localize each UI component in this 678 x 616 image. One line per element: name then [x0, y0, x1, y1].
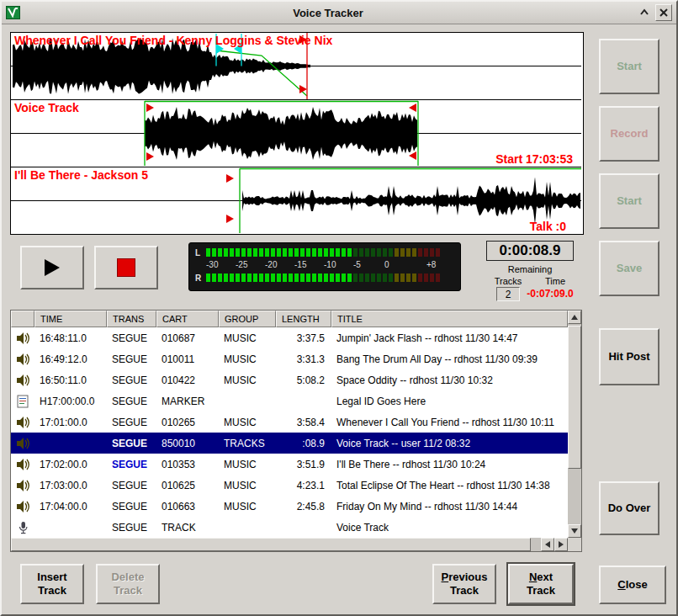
cell-time: 16:49:12.0 [34, 353, 107, 365]
cell-length: 3:58.4 [276, 417, 331, 428]
horizontal-scroll-track[interactable] [531, 538, 541, 551]
column-header-trans[interactable]: TRANS [107, 311, 156, 327]
meter-scale-label: 0 [384, 260, 389, 269]
table-row[interactable]: 16:50:11.0SEGUE010422MUSIC5:08.2Space Od… [11, 369, 568, 390]
meter-scale: -30-25-20-15-10-50+8 [189, 260, 460, 270]
meter-scale-label: +8 [426, 260, 436, 269]
start-1-button[interactable]: Start [599, 39, 659, 94]
cell-cart: 010265 [156, 417, 219, 428]
voicetrack-start-time: Start 17:03:53 [495, 152, 573, 166]
cell-title: Voice Track -- user 11/2 08:32 [331, 438, 568, 449]
cell-time: 17:04:00.0 [34, 501, 107, 512]
cell-group: MUSIC [219, 459, 276, 470]
cell-title: Whenever I Call You Friend -- rdhost 11/… [331, 417, 568, 428]
previous-track-button[interactable]: PreviousTrack [432, 564, 496, 604]
speaker-icon [11, 353, 34, 366]
cell-cart: 010353 [156, 459, 219, 470]
scroll-right-button[interactable] [554, 538, 568, 551]
close-button[interactable]: Close [599, 566, 666, 604]
column-header-title[interactable]: TITLE [331, 311, 568, 327]
remaining-time-value: -0:07:09.0 [516, 288, 584, 300]
speaker-icon [11, 437, 34, 450]
cell-cart: 850010 [156, 438, 219, 449]
vertical-scrollbar[interactable] [568, 311, 581, 538]
track-3-title: I'll Be There - Jackson 5 [14, 168, 148, 182]
scroll-up-button[interactable] [568, 311, 581, 324]
cell-group: MUSIC [219, 480, 276, 491]
delete-track-button[interactable]: DeleteTrack [96, 564, 160, 604]
stop-button[interactable] [94, 246, 158, 289]
cell-length: 4:23.1 [276, 480, 331, 491]
scrollbar-corner [568, 538, 581, 551]
arrow-down-icon [571, 528, 578, 534]
cell-trans: SEGUE [107, 480, 156, 491]
cell-trans: SEGUE [107, 417, 156, 428]
shade-window-button[interactable] [637, 5, 652, 20]
cell-cart: 010422 [156, 374, 219, 386]
do-over-button[interactable]: Do Over [599, 481, 659, 535]
horizontal-scrollbar[interactable] [11, 538, 568, 551]
cell-trans: SEGUE [107, 332, 156, 344]
meter-left-label: L [195, 248, 200, 258]
table-row[interactable]: SEGUE850010TRACKS:08.9Voice Track -- use… [11, 433, 568, 454]
cell-length: 3:37.5 [276, 332, 331, 344]
cell-length: 3:31.3 [276, 353, 331, 365]
titlebar[interactable]: Voice Tracker [2, 2, 676, 24]
track-editor-2[interactable]: Voice Track Start 17:03:53 [11, 100, 581, 167]
table-row[interactable]: 17:03:00.0SEGUE010625MUSIC4:23.1Total Ec… [11, 475, 568, 496]
scroll-down-button[interactable] [568, 524, 581, 538]
track-editor-3[interactable]: I'll Be There - Jackson 5 Talk :0 [11, 167, 581, 234]
cell-title: I'll Be There -- rdhost 11/30 10:24 [331, 459, 568, 470]
scroll-left-button[interactable] [541, 538, 554, 551]
column-header-length[interactable]: LENGTH [276, 311, 331, 327]
track-editor-1[interactable]: Whenever I Call You Friend - Kenny Loggi… [11, 33, 581, 100]
vertical-scroll-thumb[interactable] [568, 326, 581, 469]
cell-title: Space Oddity -- rdhost 11/30 10:32 [331, 374, 568, 386]
waveform-panel: Whenever I Call You Friend - Kenny Loggi… [10, 32, 584, 235]
insert-track-button[interactable]: InsertTrack [20, 564, 84, 604]
speaker-icon [11, 374, 34, 387]
arrow-right-icon [558, 541, 564, 548]
hit-post-button[interactable]: Hit Post [599, 328, 659, 385]
save-button[interactable]: Save [599, 241, 659, 296]
table-row[interactable]: 17:02:00.0SEGUE010353MUSIC3:51.9I'll Be … [11, 454, 568, 475]
start-2-button[interactable]: Start [599, 173, 659, 229]
speaker-icon [11, 458, 34, 471]
cell-length: 2:45.8 [276, 501, 331, 512]
cell-cart: 010663 [156, 501, 219, 512]
column-header-group[interactable]: GROUP [219, 311, 276, 327]
column-header-time[interactable]: TIME [34, 311, 107, 327]
cell-trans: SEGUE [107, 353, 156, 365]
table-row[interactable]: H17:00:00.0SEGUEMARKERLegal ID Goes Here [11, 390, 568, 412]
cell-trans: SEGUE [107, 438, 156, 449]
record-button[interactable]: Record [599, 106, 659, 162]
log-header: TIMETRANSCARTGROUPLENGTHTITLE [11, 311, 568, 327]
table-row[interactable]: 16:49:12.0SEGUE010011MUSIC3:31.3Bang The… [11, 348, 568, 369]
table-row[interactable]: SEGUETRACKVoice Track [11, 517, 568, 538]
speaker-icon [11, 332, 34, 345]
column-header-cart[interactable]: CART [156, 311, 219, 327]
cell-title: Friday On My Mind -- rdhost 11/30 14:44 [331, 501, 568, 512]
table-row[interactable]: 17:01:00.0SEGUE010265MUSIC3:58.4Whenever… [11, 412, 568, 433]
cell-length: 3:51.9 [276, 459, 331, 470]
next-track-button[interactable]: NextTrack [508, 564, 574, 604]
log-body: 16:48:11.0SEGUE010687MUSIC3:37.5Jumpin' … [11, 327, 568, 538]
app-icon [6, 5, 23, 20]
horizontal-scroll-thumb[interactable] [11, 538, 531, 551]
play-button[interactable] [20, 246, 84, 289]
cell-cart: 010011 [156, 353, 219, 365]
meter-scale-label: -30 [206, 260, 218, 269]
cell-trans: SEGUE [107, 396, 156, 407]
close-window-button[interactable] [655, 4, 672, 21]
cell-time: H17:00:00.0 [34, 396, 107, 407]
play-icon [43, 258, 61, 277]
track-1-title: Whenever I Call You Friend - Kenny Loggi… [14, 34, 332, 47]
table-row[interactable]: 16:48:11.0SEGUE010687MUSIC3:37.5Jumpin' … [11, 327, 568, 348]
table-row[interactable]: 17:04:00.0SEGUE010663MUSIC2:45.8Friday O… [11, 496, 568, 517]
cell-group: MUSIC [219, 374, 276, 386]
speaker-icon [11, 416, 34, 429]
cell-time: 17:01:00.0 [34, 417, 107, 428]
cell-cart: MARKER [156, 396, 219, 407]
cell-title: Voice Track [331, 522, 568, 534]
vertical-scroll-track[interactable] [568, 324, 581, 524]
